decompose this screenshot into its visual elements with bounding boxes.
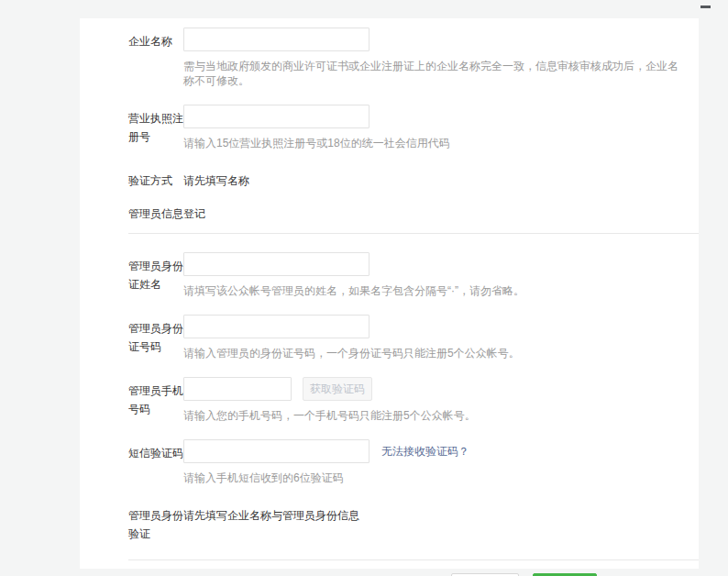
form-row-company-name: 企业名称 需与当地政府颁发的商业许可证书或企业注册证上的企业名称完全一致，信息审… bbox=[128, 28, 699, 88]
admin-section-divider bbox=[128, 233, 699, 234]
license-number-hint: 请输入15位营业执照注册号或18位的统一社会信用代码 bbox=[183, 136, 699, 150]
admin-phone-input[interactable] bbox=[183, 377, 292, 401]
verify-method-field: 请先填写名称 bbox=[183, 167, 699, 190]
sms-code-label: 短信验证码 bbox=[128, 439, 183, 485]
footer-divider bbox=[128, 559, 699, 560]
admin-verify-value: 请先填写企业名称与管理员身份信息 bbox=[183, 502, 699, 525]
admin-id-name-hint: 请填写该公众帐号管理员的姓名，如果名字包含分隔号“·”，请勿省略。 bbox=[183, 283, 699, 298]
form-row-license-number: 营业执照注册号 请输入15位营业执照注册号或18位的统一社会信用代码 bbox=[128, 105, 699, 150]
form-row-admin-id-name: 管理员身份证姓名 请填写该公众帐号管理员的姓名，如果名字包含分隔号“·”，请勿省… bbox=[128, 252, 699, 298]
license-number-field: 请输入15位营业执照注册号或18位的统一社会信用代码 bbox=[183, 105, 699, 150]
admin-id-name-label: 管理员身份证姓名 bbox=[128, 252, 183, 298]
admin-id-number-field: 请输入管理员的身份证号码，一个身份证号码只能注册5个公众帐号。 bbox=[183, 315, 699, 360]
registration-page: 企业名称 需与当地政府颁发的商业许可证书或企业注册证上的企业名称完全一致，信息审… bbox=[0, 0, 728, 576]
admin-id-name-field: 请填写该公众帐号管理员的姓名，如果名字包含分隔号“·”，请勿省略。 bbox=[183, 252, 699, 298]
form-row-sms-code: 短信验证码 无法接收验证码？ 请输入手机短信收到的6位验证码 bbox=[128, 439, 699, 485]
form-row-admin-id-number: 管理员身份证号码 请输入管理员的身份证号码，一个身份证号码只能注册5个公众帐号。 bbox=[128, 315, 699, 360]
company-name-label: 企业名称 bbox=[128, 28, 183, 88]
verify-method-label: 验证方式 bbox=[128, 167, 183, 190]
admin-verify-label: 管理员身份验证 bbox=[128, 502, 183, 543]
sms-code-hint: 请输入手机短信收到的6位验证码 bbox=[183, 471, 699, 485]
verify-method-value: 请先填写名称 bbox=[183, 167, 699, 190]
admin-id-name-input[interactable] bbox=[183, 252, 370, 276]
admin-phone-field: 获取验证码 请输入您的手机号码，一个手机号码只能注册5个公众帐号。 bbox=[183, 377, 699, 423]
admin-phone-label: 管理员手机号码 bbox=[128, 377, 183, 423]
company-name-field: 需与当地政府颁发的商业许可证书或企业注册证上的企业名称完全一致，信息审核审核成功… bbox=[183, 28, 699, 88]
get-verification-code-button[interactable]: 获取验证码 bbox=[303, 377, 372, 401]
company-name-hint: 需与当地政府颁发的商业许可证书或企业注册证上的企业名称完全一致，信息审核审核成功… bbox=[183, 59, 699, 88]
cannot-receive-code-link[interactable]: 无法接收验证码？ bbox=[381, 444, 469, 460]
scrollbar-dash-icon bbox=[700, 6, 711, 8]
admin-id-number-input[interactable] bbox=[183, 315, 370, 338]
license-number-label: 营业执照注册号 bbox=[128, 105, 183, 150]
registration-form-panel: 企业名称 需与当地政府颁发的商业许可证书或企业注册证上的企业名称完全一致，信息审… bbox=[80, 18, 699, 569]
license-number-input[interactable] bbox=[183, 105, 370, 128]
form-row-admin-verify: 管理员身份验证 请先填写企业名称与管理员身份信息 bbox=[128, 502, 699, 543]
company-name-input[interactable] bbox=[183, 28, 370, 51]
form-row-admin-phone: 管理员手机号码 获取验证码 请输入您的手机号码，一个手机号码只能注册5个公众帐号… bbox=[128, 377, 699, 423]
sms-code-input[interactable] bbox=[183, 439, 370, 463]
sms-code-field: 无法接收验证码？ 请输入手机短信收到的6位验证码 bbox=[183, 439, 699, 485]
admin-section-title: 管理员信息登记 bbox=[128, 206, 699, 222]
admin-id-number-label: 管理员身份证号码 bbox=[128, 315, 183, 360]
admin-id-number-hint: 请输入管理员的身份证号码，一个身份证号码只能注册5个公众帐号。 bbox=[183, 346, 699, 360]
admin-verify-field: 请先填写企业名称与管理员身份信息 bbox=[183, 502, 699, 543]
admin-phone-hint: 请输入您的手机号码，一个手机号码只能注册5个公众帐号。 bbox=[183, 408, 699, 423]
form-row-verify-method: 验证方式 请先填写名称 bbox=[128, 167, 699, 190]
